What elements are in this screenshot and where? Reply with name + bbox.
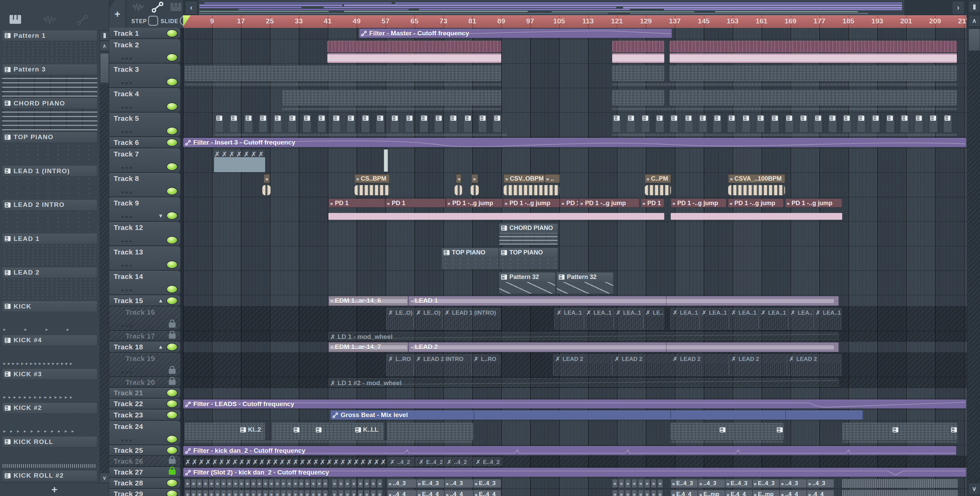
scrollbar-grip-icon[interactable] <box>100 30 109 40</box>
mini-clip[interactable]: » <box>311 490 316 496</box>
track-header-track-19[interactable]: Track 19 <box>109 353 180 377</box>
audio-clip-pd-1-g-jump[interactable]: »PD 1 -..g jump <box>503 199 560 208</box>
track-header-track-21[interactable]: Track 21 <box>109 388 180 398</box>
mute-light[interactable] <box>167 212 177 219</box>
muted-mini-clip[interactable]: ✗ <box>232 458 238 466</box>
audio-clip-cs-bpm[interactable]: »CS..BPM <box>355 174 390 183</box>
audio-clip[interactable]: » <box>471 174 478 183</box>
audio-waveform[interactable] <box>671 213 842 220</box>
playlist-lane-track-7[interactable] <box>183 148 967 173</box>
mini-clip[interactable]: » <box>256 490 262 496</box>
automation-link-icon[interactable] <box>77 15 88 25</box>
audio-waveform[interactable] <box>455 185 462 195</box>
mini-clip[interactable] <box>871 114 880 133</box>
playlist-lane-track-12[interactable] <box>183 222 967 246</box>
pattern-blocks[interactable] <box>612 90 664 105</box>
mute-light[interactable] <box>167 297 177 304</box>
mini-clip[interactable]: » <box>239 490 244 496</box>
mini-clip[interactable]: » <box>275 479 280 488</box>
mini-clip[interactable]: » <box>221 490 226 496</box>
muted-mini-clip[interactable]: ✗ <box>225 458 231 466</box>
mini-clip[interactable] <box>302 114 311 133</box>
pattern-blocks[interactable] <box>327 41 501 52</box>
lock-icon[interactable] <box>169 323 176 327</box>
track-header-track-4[interactable]: Track 4 <box>109 88 180 112</box>
lock-icon[interactable] <box>169 369 176 374</box>
track-header-track-13[interactable]: Track 13 <box>109 246 180 270</box>
audio-clip-e-mp[interactable]: »E..mp <box>698 490 725 496</box>
audio-clip-c-pm[interactable]: »C..PM <box>645 174 671 183</box>
mini-clip[interactable] <box>814 114 822 133</box>
muted-mini-clip[interactable]: ✗ <box>306 458 312 466</box>
track-header-track-7[interactable]: Track 7 <box>109 148 180 172</box>
pattern-blocks[interactable] <box>612 65 664 81</box>
mini-clip[interactable] <box>713 114 722 133</box>
mini-clip[interactable]: » <box>305 490 310 496</box>
pattern-blocks[interactable] <box>387 423 473 440</box>
mini-clip[interactable]: » <box>632 479 637 488</box>
mini-clip[interactable] <box>670 114 679 133</box>
mini-clip[interactable]: » <box>203 490 208 496</box>
mini-clip[interactable] <box>929 114 938 133</box>
track-header-track-22[interactable]: Track 22 <box>109 399 180 409</box>
mini-clip[interactable] <box>405 114 414 133</box>
mute-light[interactable] <box>167 30 177 37</box>
audio-wave-icon[interactable] <box>132 3 145 11</box>
mini-clip[interactable]: » <box>638 479 643 488</box>
mute-light[interactable] <box>167 139 177 146</box>
muted-pattern-clip-lea-1[interactable]: ✗LEA..1 <box>584 308 614 330</box>
mini-clip[interactable]: » <box>208 479 214 488</box>
mini-clip[interactable] <box>756 114 765 133</box>
tick-strip[interactable] <box>215 134 507 136</box>
mini-clip[interactable]: » <box>644 490 650 496</box>
mini-clip[interactable]: » <box>298 490 304 496</box>
audio-waveform[interactable] <box>327 53 501 63</box>
mini-clip[interactable] <box>215 114 224 133</box>
mini-clip[interactable]: » <box>208 490 214 496</box>
track-header-track-29[interactable]: Track 29 <box>109 489 180 496</box>
audio-clip-4-3[interactable]: »..4_3 <box>387 479 417 488</box>
pattern-clip-label[interactable] <box>777 425 783 434</box>
mini-clip[interactable] <box>785 114 794 133</box>
muted-mini-clip[interactable]: ✗ <box>293 458 299 466</box>
mini-clip[interactable]: » <box>332 490 337 496</box>
track-header-track-12[interactable]: Track 12 <box>109 222 180 246</box>
muted-pattern-clip-lead-2[interactable]: ✗LEAD 2 <box>553 354 612 376</box>
audio-clip-4-4[interactable]: »..4_4 <box>387 490 417 496</box>
scroll-up-icon[interactable]: ∧ <box>969 15 980 27</box>
mini-clip[interactable]: » <box>619 479 624 488</box>
audio-clip-e-4-3[interactable]: »E..4_3 <box>752 479 780 488</box>
scroll-right-icon[interactable]: › <box>952 1 964 14</box>
mini-clip[interactable]: » <box>311 479 316 488</box>
pattern-clip-label[interactable] <box>720 425 725 434</box>
mini-clip[interactable]: » <box>632 490 637 496</box>
scroll-left-icon[interactable]: ‹ <box>185 1 197 14</box>
pattern-clip-label-ki-2[interactable]: KI..2 <box>240 425 261 434</box>
mini-clip[interactable] <box>434 114 443 133</box>
automation-clip-filter-leads-cutoff-frequency[interactable]: Filter - LEADS - Cutoff frequency <box>183 399 966 409</box>
audio-clip-4-4[interactable]: »..4_4 <box>444 490 473 496</box>
mini-clip[interactable] <box>449 114 458 133</box>
mini-clip[interactable] <box>375 114 385 133</box>
mini-clip[interactable]: » <box>364 490 369 496</box>
pattern-clip-top-piano[interactable]: TOP PIANO <box>499 248 558 269</box>
mute-light[interactable] <box>167 401 177 407</box>
pattern-item-kick[interactable]: KICK▸▸▸▸ <box>2 301 97 334</box>
track-header-track-1[interactable]: Track 1 <box>109 28 180 38</box>
audio-waveform[interactable] <box>328 213 664 220</box>
mini-clip[interactable]: » <box>358 479 363 488</box>
muted-pattern-clip-lea-1[interactable]: ✗LEA..1 <box>554 308 584 330</box>
audio-clip-pd-1[interactable]: »PD 1 <box>641 199 664 208</box>
pattern-item-kick-roll-2[interactable]: KICK ROLL #2 <box>2 470 97 483</box>
mini-clip[interactable]: » <box>612 490 617 496</box>
mini-clip[interactable]: » <box>215 490 220 496</box>
automation-clip-filter-master-cutoff-frequency[interactable]: Filter - Master - Cutoff frequency <box>359 29 672 38</box>
muted-pattern-clip-e-4-2[interactable]: ✗E..4_2 <box>473 457 502 466</box>
track-header-track-27[interactable]: Track 27 <box>109 467 180 477</box>
clip-cluster[interactable] <box>842 490 958 496</box>
audio-clip-e-4-4[interactable]: »E..4_4 <box>417 490 444 496</box>
mini-clip[interactable]: » <box>338 479 344 488</box>
mini-clip[interactable]: » <box>269 479 274 488</box>
pattern-item-lead-2[interactable]: LEAD 2 <box>2 267 97 300</box>
muted-mini-clip[interactable]: ✗ <box>360 458 366 466</box>
